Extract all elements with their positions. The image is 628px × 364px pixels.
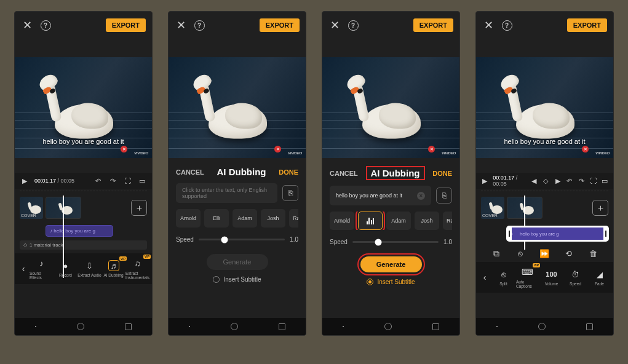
- slider-thumb[interactable]: [375, 239, 381, 245]
- voice-rachel[interactable]: Rachel: [443, 212, 452, 230]
- redo-icon[interactable]: ↷: [578, 176, 584, 186]
- timeline[interactable]: COVER ＋: [476, 193, 613, 223]
- keyframe-add-icon[interactable]: ◇: [543, 176, 549, 186]
- nav-home-icon[interactable]: [77, 323, 84, 330]
- split-quick-icon[interactable]: ⎋: [515, 248, 525, 258]
- add-clip-button[interactable]: ＋: [131, 200, 147, 216]
- cover-thumb[interactable]: COVER: [20, 197, 43, 219]
- tool-extract-instrumentals[interactable]: VIP♫Extract Instrumentals: [125, 258, 149, 280]
- panel-icon[interactable]: ▭: [602, 176, 608, 186]
- voice-arnold[interactable]: Arnold: [176, 209, 201, 228]
- fullscreen-icon[interactable]: ⛶: [122, 176, 132, 186]
- toolbar-back-icon[interactable]: ‹: [17, 264, 30, 274]
- video-preview[interactable]: hello boy you are good at it ✕ VIVIDEO: [476, 57, 613, 158]
- remove-watermark-icon[interactable]: ✕: [428, 146, 435, 152]
- tool-fade[interactable]: ◢Fade: [588, 269, 611, 286]
- help-icon[interactable]: ?: [347, 19, 359, 31]
- nav-home-icon[interactable]: [538, 323, 546, 330]
- voice-adam[interactable]: Adam: [386, 212, 411, 230]
- save-preset-icon[interactable]: ⎘: [282, 185, 298, 201]
- voice-adam[interactable]: Adam: [233, 209, 257, 228]
- nav-back-icon[interactable]: [189, 326, 190, 327]
- help-icon[interactable]: ?: [39, 19, 52, 31]
- fullscreen-icon[interactable]: ⛶: [590, 176, 597, 186]
- nav-back-icon[interactable]: [343, 326, 344, 327]
- nav-recent-icon[interactable]: [125, 323, 132, 330]
- close-icon[interactable]: ✕: [482, 19, 495, 31]
- add-clip-button[interactable]: ＋: [592, 200, 608, 216]
- video-preview[interactable]: ✕ VIVIDEO: [322, 57, 459, 158]
- voice-arnold[interactable]: Arnold: [330, 212, 354, 230]
- cover-thumb[interactable]: COVER: [481, 197, 504, 219]
- speed-slider[interactable]: [352, 241, 439, 243]
- tool-auto-captions[interactable]: VIP⌨Auto Captions: [516, 267, 539, 288]
- nav-recent-icon[interactable]: [432, 323, 439, 330]
- tool-extract-audio[interactable]: ⇩Extract Audio: [78, 260, 101, 277]
- selected-audio-clip[interactable]: ♪ hello boy you are g: [507, 226, 608, 241]
- panel-icon[interactable]: ▭: [137, 176, 147, 186]
- nav-recent-icon[interactable]: [279, 323, 285, 330]
- voice-elli[interactable]: Elli: [204, 209, 229, 228]
- delete-icon[interactable]: 🗑: [588, 248, 598, 258]
- play-icon[interactable]: ▶: [481, 176, 488, 186]
- nav-back-icon[interactable]: [35, 326, 36, 327]
- export-button[interactable]: EXPORT: [260, 18, 300, 32]
- toolbar-back-icon[interactable]: ‹: [479, 272, 491, 282]
- ai-dub-audio-pill[interactable]: ♪ hello boy you are g: [46, 225, 113, 237]
- play-icon[interactable]: ▶: [20, 176, 30, 186]
- clip-trim-left[interactable]: [507, 226, 512, 241]
- nav-recent-icon[interactable]: [586, 323, 593, 330]
- done-button[interactable]: DONE: [432, 170, 452, 177]
- material-track-row[interactable]: ◇ 1 material track: [20, 240, 147, 250]
- generate-button[interactable]: Generate: [360, 256, 422, 272]
- speed-quick-icon[interactable]: ⏩: [539, 248, 549, 258]
- tool-split[interactable]: ⎋Split: [492, 269, 515, 286]
- save-preset-icon[interactable]: ⎘: [436, 188, 452, 204]
- copy-icon[interactable]: ⧉: [491, 248, 501, 258]
- tool-speed[interactable]: ⏱Speed: [564, 269, 587, 286]
- remove-watermark-icon[interactable]: ✕: [121, 146, 127, 152]
- cancel-button[interactable]: CANCEL: [176, 168, 204, 176]
- export-button[interactable]: EXPORT: [567, 18, 607, 32]
- voice-josh[interactable]: Josh: [261, 209, 285, 228]
- voice-josh[interactable]: Josh: [415, 212, 439, 230]
- undo-icon[interactable]: ↶: [93, 176, 103, 186]
- timeline[interactable]: COVER ＋: [15, 193, 152, 223]
- cancel-button[interactable]: CANCEL: [330, 170, 358, 177]
- generate-button[interactable]: Generate: [207, 254, 268, 270]
- redo-icon[interactable]: ↷: [108, 176, 117, 186]
- clip-trim-right[interactable]: [603, 226, 608, 241]
- clear-text-icon[interactable]: ✕: [417, 192, 425, 200]
- close-icon[interactable]: ✕: [21, 19, 33, 31]
- voice-playing[interactable]: [358, 212, 383, 230]
- remove-watermark-icon[interactable]: ✕: [582, 146, 589, 152]
- remove-watermark-icon[interactable]: ✕: [274, 146, 281, 152]
- video-preview[interactable]: hello boy you are good at it ✕ VIVIDEO: [15, 57, 152, 158]
- tool-volume[interactable]: 100Volume: [540, 269, 563, 286]
- keyframe-prev-icon[interactable]: ◀: [531, 176, 538, 186]
- tool-ai-dubbing[interactable]: VIP♬AI Dubbing: [101, 260, 125, 277]
- playhead[interactable]: [524, 196, 525, 250]
- reverse-icon[interactable]: ⟲: [564, 248, 574, 258]
- undo-icon[interactable]: ↶: [566, 176, 573, 186]
- tool-sound-effects[interactable]: ♪Sound Effects: [30, 258, 54, 280]
- keyframe-next-icon[interactable]: ▶: [554, 176, 561, 186]
- nav-home-icon[interactable]: [231, 323, 238, 330]
- insert-subtitle-toggle[interactable]: Insert Subtitle: [330, 279, 452, 285]
- insert-subtitle-toggle[interactable]: Insert Subtitle: [176, 276, 298, 283]
- speed-slider[interactable]: [199, 239, 285, 240]
- video-preview[interactable]: ✕ VIVIDEO: [169, 57, 306, 158]
- help-icon[interactable]: ?: [501, 19, 513, 31]
- tool-record[interactable]: ●Record: [54, 260, 78, 277]
- export-button[interactable]: EXPORT: [106, 18, 146, 32]
- dubbing-text-input[interactable]: hello boy you are good at it ✕: [330, 186, 431, 205]
- nav-home-icon[interactable]: [384, 323, 392, 330]
- done-button[interactable]: DONE: [279, 168, 298, 176]
- close-icon[interactable]: ✕: [328, 19, 341, 31]
- nav-back-icon[interactable]: [496, 326, 498, 327]
- close-icon[interactable]: ✕: [175, 19, 187, 31]
- slider-thumb[interactable]: [221, 236, 228, 243]
- voice-rachel[interactable]: Rachel: [289, 209, 298, 228]
- help-icon[interactable]: ?: [193, 19, 205, 31]
- export-button[interactable]: EXPORT: [413, 18, 453, 32]
